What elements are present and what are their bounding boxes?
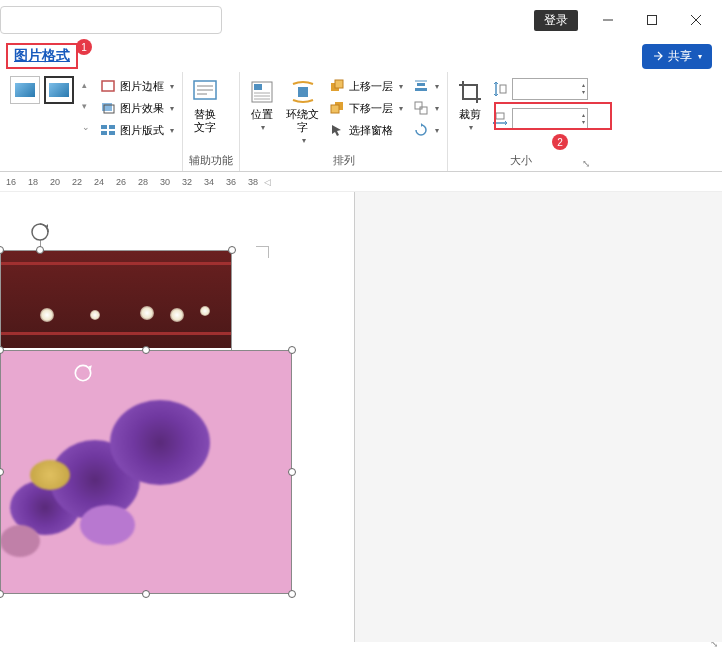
- share-button[interactable]: 共享 ▾: [642, 44, 712, 69]
- picture-border-button[interactable]: 图片边框▾: [98, 76, 176, 96]
- height-icon: [492, 81, 508, 97]
- group-accessibility: 替换 文字 辅助功能: [183, 72, 240, 171]
- svg-rect-9: [101, 131, 107, 135]
- svg-rect-8: [109, 125, 115, 129]
- alt-text-icon: [191, 78, 219, 106]
- ruler-tick: 32: [176, 177, 198, 187]
- selected-image-2[interactable]: [0, 350, 292, 594]
- ruler-tick: 30: [154, 177, 176, 187]
- position-icon: [248, 78, 276, 106]
- outside-page-area: [355, 192, 722, 642]
- svg-rect-4: [102, 81, 114, 91]
- ribbon: ▴ ▾ ⌄ 图片边框▾ 图片效果▾ 图片版式▾ ⤡: [0, 72, 722, 172]
- style-preset-2[interactable]: [44, 76, 74, 104]
- bring-forward-button[interactable]: 上移一层▾: [327, 76, 405, 96]
- ruler-tick: 22: [66, 177, 88, 187]
- rotate-icon: [413, 122, 429, 138]
- bring-forward-label: 上移一层: [349, 79, 393, 94]
- picture-effects-button[interactable]: 图片效果▾: [98, 98, 176, 118]
- picture-layout-icon: [100, 122, 116, 138]
- send-backward-label: 下移一层: [349, 101, 393, 116]
- picture-layout-button[interactable]: 图片版式▾: [98, 120, 176, 140]
- style-gallery-down[interactable]: ▾: [80, 97, 92, 116]
- rotate-handle[interactable]: [30, 222, 50, 245]
- rotate-button[interactable]: ▾: [411, 120, 441, 140]
- group-button[interactable]: ▾: [411, 98, 441, 118]
- horizontal-ruler[interactable]: 16 18 20 22 24 26 28 30 32 34 36 38 ◁: [0, 172, 722, 192]
- position-label: 位置: [251, 108, 273, 121]
- style-gallery-more[interactable]: ⌄: [80, 117, 92, 136]
- search-input[interactable]: [0, 6, 222, 34]
- image-2-selection-frame: [0, 350, 292, 594]
- svg-rect-26: [417, 83, 425, 86]
- wrap-text-label: 环绕文 字: [286, 108, 319, 134]
- group-icon: [413, 100, 429, 116]
- wrap-text-button[interactable]: 环绕文 字 ▾: [284, 76, 321, 147]
- crop-button[interactable]: 裁剪 ▾: [454, 76, 486, 134]
- picture-border-label: 图片边框: [120, 79, 164, 94]
- size-dialog-launcher[interactable]: ⤡: [582, 158, 590, 169]
- minimize-button[interactable]: [586, 4, 630, 36]
- annotation-box-1: 图片格式: [6, 43, 78, 69]
- crop-label: 裁剪: [459, 108, 481, 121]
- height-input[interactable]: ▴▾: [512, 78, 588, 100]
- resize-handle[interactable]: [0, 590, 4, 598]
- style-gallery-up[interactable]: ▴: [80, 76, 92, 95]
- ruler-tick: 26: [110, 177, 132, 187]
- resize-handle[interactable]: [36, 246, 44, 254]
- ribbon-tabs: 图片格式 1 共享 ▾: [0, 40, 722, 72]
- resize-handle[interactable]: [288, 468, 296, 476]
- annotation-badge-2: 2: [552, 134, 568, 150]
- style-preset-1[interactable]: [10, 76, 40, 104]
- svg-rect-7: [101, 125, 107, 129]
- ruler-tick: 20: [44, 177, 66, 187]
- ruler-tick: 18: [22, 177, 44, 187]
- annotation-badge-1: 1: [76, 39, 92, 55]
- ruler-tick: 34: [198, 177, 220, 187]
- bring-forward-icon: [329, 78, 345, 94]
- svg-rect-31: [500, 85, 506, 93]
- resize-handle[interactable]: [288, 590, 296, 598]
- group-size-label: 大小: [454, 153, 588, 169]
- ruler-tick: 36: [220, 177, 242, 187]
- position-button[interactable]: 位置 ▾: [246, 76, 278, 134]
- svg-rect-29: [420, 107, 427, 114]
- group-arrange: 位置 ▾ 环绕文 字 ▾ 上移一层▾ 下移一层▾ 选择窗格: [240, 72, 448, 171]
- svg-rect-10: [109, 131, 115, 135]
- group-accessibility-label: 辅助功能: [189, 153, 233, 169]
- ruler-end-mark: ◁: [256, 177, 278, 187]
- resize-handle[interactable]: [228, 246, 236, 254]
- document-canvas[interactable]: [0, 192, 722, 642]
- alt-text-button[interactable]: 替换 文字: [189, 76, 221, 136]
- group-arrange-label: 排列: [246, 153, 441, 169]
- tab-picture-format[interactable]: 图片格式: [14, 47, 70, 65]
- svg-rect-27: [415, 88, 427, 91]
- ruler-tick: 28: [132, 177, 154, 187]
- send-backward-button[interactable]: 下移一层▾: [327, 98, 405, 118]
- picture-layout-label: 图片版式: [120, 123, 164, 138]
- picture-effects-label: 图片效果: [120, 101, 164, 116]
- resize-handle[interactable]: [288, 346, 296, 354]
- height-spinner[interactable]: ▴▾: [582, 82, 585, 96]
- page-edge: [354, 192, 355, 642]
- svg-rect-22: [335, 80, 343, 88]
- alt-text-label: 替换 文字: [194, 108, 216, 134]
- selection-pane-button[interactable]: 选择窗格: [327, 120, 405, 140]
- login-button[interactable]: 登录: [534, 10, 578, 31]
- svg-rect-24: [331, 105, 339, 113]
- selection-pane-icon: [329, 122, 345, 138]
- resize-handle[interactable]: [142, 590, 150, 598]
- title-bar: 登录: [0, 0, 722, 40]
- maximize-button[interactable]: [630, 4, 674, 36]
- align-icon: [413, 78, 429, 94]
- group-picture-styles: ▴ ▾ ⌄ 图片边框▾ 图片效果▾ 图片版式▾ ⤡: [4, 72, 183, 171]
- svg-rect-16: [254, 84, 262, 90]
- align-button[interactable]: ▾: [411, 76, 441, 96]
- resize-handle[interactable]: [142, 346, 150, 354]
- svg-rect-20: [298, 87, 308, 97]
- ruler-tick: 24: [88, 177, 110, 187]
- crop-icon: [456, 78, 484, 106]
- share-label: 共享: [668, 48, 692, 65]
- wrap-text-icon: [289, 78, 317, 106]
- close-button[interactable]: [674, 4, 718, 36]
